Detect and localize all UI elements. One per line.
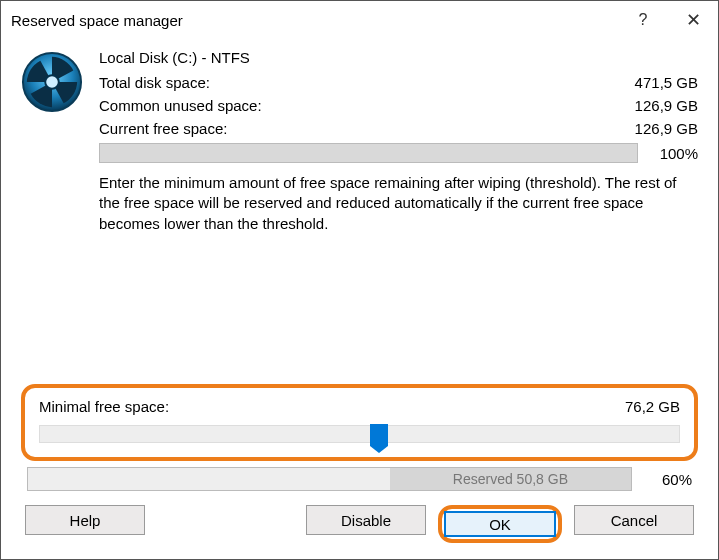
cancel-button[interactable]: Cancel [574, 505, 694, 535]
minimal-free-space-slider[interactable] [39, 425, 680, 443]
disk-name: Local Disk (C:) - NTFS [99, 49, 698, 66]
free-space-bar-fill [100, 144, 637, 162]
common-unused-value: 126,9 GB [635, 97, 698, 114]
minimal-free-space-value: 76,2 GB [625, 398, 680, 415]
free-space-value: 126,9 GB [635, 120, 698, 137]
total-space-value: 471,5 GB [635, 74, 698, 91]
svg-point-1 [45, 75, 59, 89]
reserved-percent: 60% [642, 471, 692, 488]
help-icon[interactable]: ? [618, 1, 668, 39]
disable-button[interactable]: Disable [306, 505, 426, 535]
common-unused-label: Common unused space: [99, 97, 262, 114]
reserved-bar: Reserved 50,8 GB [27, 467, 632, 491]
button-row: Help Disable OK Cancel [21, 505, 698, 543]
ok-button[interactable]: OK [444, 511, 556, 537]
total-space-label: Total disk space: [99, 74, 210, 91]
slider-thumb[interactable] [370, 424, 388, 446]
dialog-window: Reserved space manager ? ✕ [0, 0, 719, 560]
reserved-bar-fill: Reserved 50,8 GB [390, 468, 631, 490]
minimal-free-space-label: Minimal free space: [39, 398, 169, 415]
threshold-description: Enter the minimum amount of free space r… [99, 173, 698, 234]
app-icon [21, 49, 83, 242]
minimal-free-space-section: Minimal free space: 76,2 GB [21, 384, 698, 461]
free-space-label: Current free space: [99, 120, 227, 137]
disk-info: Local Disk (C:) - NTFS Total disk space:… [99, 49, 698, 242]
free-space-bar [99, 143, 638, 163]
help-button[interactable]: Help [25, 505, 145, 535]
window-title: Reserved space manager [11, 12, 618, 29]
reserved-label: Reserved 50,8 GB [453, 471, 568, 487]
ok-button-highlight: OK [438, 505, 562, 543]
close-icon[interactable]: ✕ [668, 1, 718, 39]
dialog-content: Local Disk (C:) - NTFS Total disk space:… [1, 39, 718, 559]
titlebar: Reserved space manager ? ✕ [1, 1, 718, 39]
free-space-percent: 100% [648, 145, 698, 162]
